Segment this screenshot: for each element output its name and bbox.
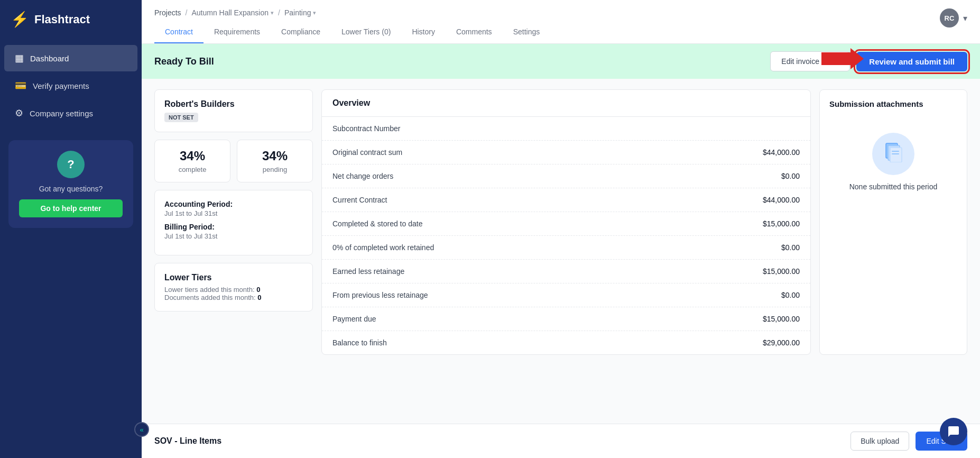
breadcrumb-projects[interactable]: Projects: [154, 8, 181, 17]
company-name: Robert's Builders: [164, 99, 303, 109]
overview-row-value: $29,000.00: [763, 338, 800, 347]
sidebar-item-verify-payments[interactable]: 💳 Verify payments: [4, 72, 137, 99]
overview-row: Original contract sum $44,000.00: [322, 141, 810, 164]
billing-period-value: Jul 1st to Jul 31st: [164, 232, 303, 240]
help-circle-icon: ?: [57, 151, 85, 178]
sidebar: ⚡ Flashtract ▦ Dashboard 💳 Verify paymen…: [0, 0, 142, 458]
logo: ⚡ Flashtract: [0, 0, 142, 39]
accounting-period-value: Jul 1st to Jul 31st: [164, 209, 303, 217]
breadcrumb-project-name[interactable]: Autumn Hall Expansion ▾: [191, 8, 274, 17]
period-card: Accounting Period: Jul 1st to Jul 31st B…: [154, 190, 313, 255]
overview-row: Net change orders $0.00: [322, 164, 810, 188]
document-icon: [883, 141, 904, 167]
topbar-right: RC ▾: [940, 8, 967, 28]
overview-row-value: $15,000.00: [763, 315, 800, 323]
breadcrumb-painting[interactable]: Painting ▾: [284, 8, 317, 17]
overview-row-label: Completed & stored to date: [332, 219, 422, 228]
sidebar-item-company-settings[interactable]: ⚙ Company settings: [4, 100, 137, 126]
ready-to-bill-banner: Ready To Bill Edit invoice items Review …: [142, 44, 980, 79]
overview-row-label: 0% of completed work retained: [332, 243, 434, 252]
overview-row: Earned less retainage $15,000.00: [322, 260, 810, 283]
attachments-card: Submission attachments: [819, 89, 967, 355]
overview-row-value: $44,000.00: [763, 148, 800, 157]
attachments-title: Submission attachments: [829, 99, 923, 108]
red-arrow-annotation: [821, 48, 864, 69]
lower-tiers-added: Lower tiers added this month: 0: [164, 286, 303, 294]
tab-settings[interactable]: Settings: [503, 21, 551, 43]
chevron-down-icon-2: ▾: [313, 10, 316, 16]
sidebar-nav: ▦ Dashboard 💳 Verify payments ⚙ Company …: [0, 44, 142, 127]
sidebar-item-label-dashboard: Dashboard: [30, 54, 69, 63]
dashboard-icon: ▦: [15, 52, 24, 64]
svg-marker-0: [821, 48, 864, 69]
sidebar-item-label-company: Company settings: [30, 109, 93, 118]
document-icon-circle: [872, 133, 914, 175]
content-grid: Robert's Builders NOT SET 34% complete 3…: [154, 89, 967, 355]
overview-row-value: $15,000.00: [763, 267, 800, 276]
banner-actions: Edit invoice items Review and submit bil…: [770, 51, 967, 71]
overview-row-value: $15,000.00: [763, 219, 800, 228]
overview-title: Overview: [322, 90, 810, 117]
overview-row-label: Earned less retainage: [332, 267, 404, 276]
sidebar-collapse-button[interactable]: «: [134, 422, 149, 437]
user-menu-chevron[interactable]: ▾: [963, 13, 967, 23]
stat-pending-value: 34%: [246, 149, 304, 163]
tab-compliance[interactable]: Compliance: [271, 21, 331, 43]
avatar[interactable]: RC: [940, 8, 959, 28]
main-content: Projects / Autumn Hall Expansion ▾ / Pai…: [142, 0, 980, 458]
overview-row: Payment due $15,000.00: [322, 307, 810, 331]
lower-tiers-card: Lower Tiers Lower tiers added this month…: [154, 263, 313, 312]
overview-row: 0% of completed work retained $0.00: [322, 236, 810, 260]
content-area: Robert's Builders NOT SET 34% complete 3…: [142, 79, 980, 424]
overview-row-label: Current Contract: [332, 196, 387, 204]
tabs: Contract Requirements Compliance Lower T…: [154, 21, 967, 43]
stat-pending-label: pending: [246, 166, 304, 173]
tab-requirements[interactable]: Requirements: [204, 21, 271, 43]
overview-row-label: Subcontract Number: [332, 124, 400, 133]
overview-row: Current Contract $44,000.00: [322, 188, 810, 212]
stat-complete-label: complete: [163, 166, 221, 173]
bulk-upload-button[interactable]: Bulk upload: [850, 432, 909, 451]
overview-row-label: Payment due: [332, 315, 376, 323]
overview-row-value: $0.00: [781, 172, 800, 180]
overview-row-value: $44,000.00: [763, 196, 800, 204]
sov-title: SOV - Line Items: [154, 436, 221, 446]
stats-row: 34% complete 34% pending: [154, 140, 313, 182]
help-center-button[interactable]: Go to help center: [19, 199, 123, 217]
help-text: Got any questions?: [39, 185, 103, 193]
sov-bar: SOV - Line Items Bulk upload Edit SOV: [142, 424, 980, 458]
overview-card: Overview Subcontract Number Original con…: [321, 89, 811, 355]
banner-title: Ready To Bill: [154, 56, 214, 67]
svg-rect-3: [890, 148, 902, 162]
overview-row-label: Balance to finish: [332, 338, 387, 347]
logo-icon: ⚡: [11, 11, 29, 28]
overview-rows: Subcontract Number Original contract sum…: [322, 117, 810, 354]
company-status-badge: NOT SET: [164, 113, 198, 122]
overview-row: From previous less retainage $0.00: [322, 283, 810, 307]
overview-row: Subcontract Number: [322, 117, 810, 141]
attachments-icon-area: None submitted this period: [849, 133, 938, 191]
stat-complete-value: 34%: [163, 149, 221, 163]
none-submitted-text: None submitted this period: [849, 182, 938, 191]
tab-history[interactable]: History: [401, 21, 446, 43]
help-section: ? Got any questions? Go to help center: [8, 140, 133, 228]
credit-card-icon: 💳: [15, 80, 26, 91]
tab-lower-tiers[interactable]: Lower Tiers (0): [331, 21, 401, 43]
billing-period-label: Billing Period:: [164, 223, 303, 231]
gear-icon: ⚙: [15, 107, 23, 119]
accounting-period-label: Accounting Period:: [164, 200, 303, 208]
logo-text: Flashtract: [34, 13, 90, 26]
tab-contract[interactable]: Contract: [154, 21, 204, 43]
review-submit-button[interactable]: Review and submit bill: [856, 52, 967, 71]
overview-row: Completed & stored to date $15,000.00: [322, 212, 810, 236]
chevron-down-icon: ▾: [271, 10, 274, 16]
chat-bubble[interactable]: [940, 418, 967, 445]
lower-tiers-title: Lower Tiers: [164, 273, 303, 282]
lower-tiers-docs: Documents added this month: 0: [164, 294, 303, 301]
sidebar-item-dashboard[interactable]: ▦ Dashboard: [4, 45, 137, 71]
overview-row-label: Original contract sum: [332, 148, 402, 157]
tab-comments[interactable]: Comments: [446, 21, 503, 43]
overview-row: Balance to finish $29,000.00: [322, 331, 810, 354]
company-card: Robert's Builders NOT SET: [154, 89, 313, 132]
stat-pending: 34% pending: [237, 140, 313, 182]
